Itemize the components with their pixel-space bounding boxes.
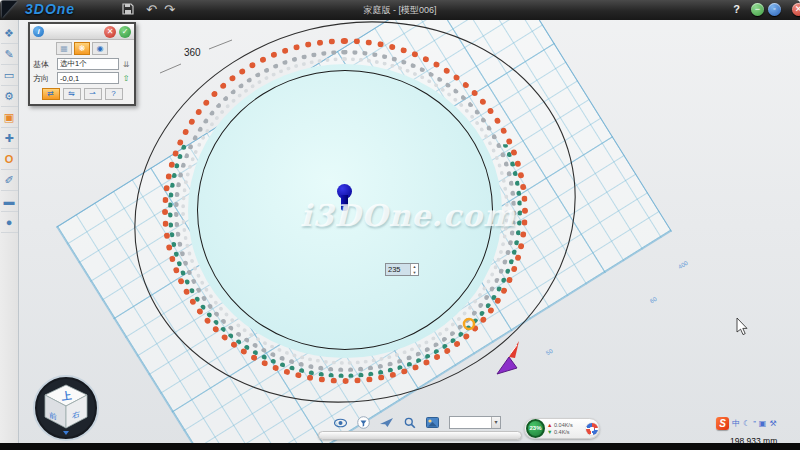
ime-keyboard-icon[interactable]: ▣: [759, 419, 767, 428]
info-icon[interactable]: i: [33, 26, 44, 37]
close-button[interactable]: ✕: [792, 3, 800, 16]
grid-coordinate-label: 400: [677, 260, 689, 270]
direction-input[interactable]: [57, 72, 119, 84]
base-body-row: 基体 ⇊: [30, 57, 134, 71]
laptop-icon[interactable]: ▭: [1, 65, 18, 86]
pattern-option-button-1[interactable]: ⇄: [42, 88, 60, 100]
mouse-cursor: [737, 318, 747, 335]
download-arrow-icon: ▼: [547, 429, 552, 435]
visibility-eye-icon[interactable]: [334, 418, 347, 428]
tab-linear-pattern[interactable]: ▦: [56, 42, 72, 55]
dialog-footer: ⇄ ⇋ ⇀ ?: [30, 85, 134, 104]
collapsed-panel-handle[interactable]: [318, 431, 522, 440]
ime-punctuation-icon[interactable]: ”: [753, 419, 756, 428]
dialog-header: i ✕ ✓: [30, 24, 134, 40]
application-window: 400 60 50 i3DOne.com 360 235 ▲ ▼ 3DOne: [0, 0, 800, 450]
download-rate: 0.4K/s: [554, 429, 570, 435]
ime-toolbar: S 中 ☾ ” ▣ ⚒: [716, 417, 777, 430]
spin-down-icon[interactable]: ▼: [411, 270, 418, 276]
titlebar: 3DOne ↶ ↷ 家庭版 - [模型006] ? − ▫ ✕: [0, 0, 800, 20]
cube-top-label: 上: [60, 390, 72, 402]
grid-coordinate-label: 50: [545, 348, 554, 357]
spinner-control[interactable]: ▲ ▼: [410, 264, 418, 275]
network-rates: ▲ 0.04K/s ▼ 0.4K/s: [545, 422, 586, 436]
direction-label: 方向: [33, 73, 55, 84]
letter-o-icon[interactable]: O: [1, 149, 18, 170]
pattern-option-button-2[interactable]: ⇋: [63, 88, 81, 100]
confirm-button[interactable]: ✓: [119, 26, 131, 38]
combobox-arrow-icon[interactable]: ▾: [491, 417, 500, 428]
os-taskbar-edge: [0, 443, 800, 450]
view-toolbar: ▾: [334, 416, 501, 429]
ime-toolbox-icon[interactable]: ⚒: [769, 419, 776, 428]
view-combobox[interactable]: ▾: [449, 416, 501, 429]
pattern-count-input[interactable]: 235 ▲ ▼: [385, 263, 419, 276]
filter-icon[interactable]: [357, 416, 370, 429]
pattern-option-button-4[interactable]: ?: [105, 88, 123, 100]
direction-arrow-cone: [497, 357, 517, 374]
direction-arrow-flag: [509, 341, 519, 358]
sogou-logo-icon[interactable]: S: [716, 417, 729, 430]
dimension-tick: [209, 40, 232, 49]
direction-arrow-stripe: [511, 345, 517, 353]
grid-coordinate-label: 60: [649, 296, 658, 305]
tab-circular-pattern[interactable]: ❋: [74, 42, 90, 55]
cancel-button[interactable]: ✕: [104, 26, 116, 38]
antivirus-pinwheel-icon[interactable]: [586, 423, 598, 435]
minimize-button[interactable]: −: [751, 3, 764, 16]
help-button[interactable]: ?: [733, 3, 740, 15]
bar-icon[interactable]: ▬: [1, 191, 18, 212]
pattern-option-button-3[interactable]: ⇀: [84, 88, 102, 100]
sphere-icon[interactable]: ●: [1, 212, 18, 233]
upload-rate: 0.04K/s: [554, 422, 573, 428]
base-body-label: 基体: [33, 59, 55, 70]
system-monitor-pill: 23% ▲ 0.04K/s ▼ 0.4K/s: [524, 418, 600, 439]
render-style-icon[interactable]: [426, 417, 439, 428]
fly-through-icon[interactable]: [380, 418, 394, 428]
move-cross-icon[interactable]: ✚: [1, 128, 18, 149]
sketch-pencil-icon[interactable]: ✎: [1, 44, 18, 65]
pattern-angle-label: 360: [184, 47, 201, 58]
maximize-button[interactable]: ▫: [768, 3, 781, 16]
ime-moon-icon[interactable]: ☾: [743, 419, 750, 428]
pick-direction-icon[interactable]: ⇧: [121, 74, 131, 83]
pattern-count-value[interactable]: 235: [386, 264, 410, 275]
ime-language-icon[interactable]: 中: [732, 418, 740, 429]
dialog-tabs: ▦ ❋ ◉: [30, 40, 134, 57]
base-body-input[interactable]: [57, 58, 119, 70]
giftbox-icon[interactable]: ▣: [1, 107, 18, 128]
direction-row: 方向 ⇧: [30, 71, 134, 85]
view-cube[interactable]: 上 前 右: [32, 374, 100, 442]
pattern-dialog: i ✕ ✓ ▦ ❋ ◉ 基体 ⇊ 方向 ⇧ ⇄ ⇋ ⇀ ?: [28, 22, 136, 106]
watermark: i3DOne.com: [300, 198, 520, 233]
brush-icon[interactable]: ✐: [1, 170, 18, 191]
tools-gear-icon[interactable]: ⚙: [1, 86, 18, 107]
combobox-value: [450, 417, 491, 428]
window-title: 家庭版 - [模型006]: [0, 4, 800, 17]
upload-arrow-icon: ▲: [547, 422, 552, 428]
solids-icon[interactable]: ❖: [1, 23, 18, 44]
left-toolbar: ❖ ✎ ▭ ⚙ ▣ ✚ O ✐ ▬ ●: [0, 20, 19, 443]
dimension-tick: [160, 64, 181, 73]
memory-usage-ball[interactable]: 23%: [526, 419, 545, 438]
zoom-magnifier-icon[interactable]: [404, 417, 416, 429]
tab-curve-pattern[interactable]: ◉: [92, 42, 108, 55]
chevron-down-icon[interactable]: ⇊: [121, 60, 131, 69]
